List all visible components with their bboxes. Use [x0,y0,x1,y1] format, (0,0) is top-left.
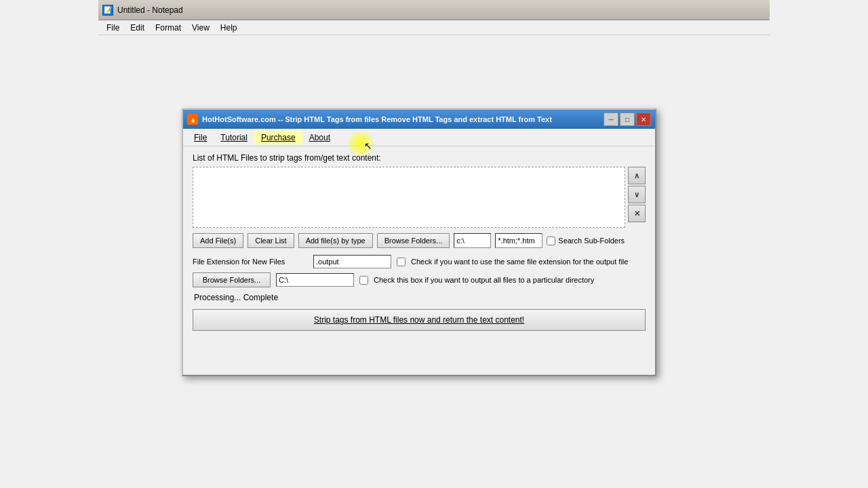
search-subfolders-checkbox[interactable] [547,237,555,245]
app-menubar: File Tutorial Purchase About [183,129,655,146]
app-content: List of HTML Files to strip tags from/ge… [183,146,655,338]
output-dir-checkbox[interactable] [359,276,368,285]
titlebar-buttons: ─ □ ✕ [604,113,651,126]
delete-item-button[interactable]: ✕ [628,205,646,222]
minimize-button[interactable]: ─ [604,113,618,126]
notepad-menu-help[interactable]: Help [215,22,243,34]
notepad-menu-edit[interactable]: Edit [125,22,150,34]
move-up-button[interactable]: ∧ [628,167,646,184]
browse-folders-button[interactable]: Browse Folders... [377,233,450,248]
app-menu-purchase[interactable]: Purchase [254,131,302,144]
app-icon: 🔥 [187,114,198,125]
options-section: File Extension for New Files Check if yo… [193,255,646,287]
file-ext-option-label: File Extension for New Files [193,258,308,266]
list-controls: ∧ ∨ ✕ [628,167,646,228]
add-files-button[interactable]: Add File(s) [193,233,243,248]
output-dir-input[interactable] [276,273,354,287]
search-subfolders-row: Search Sub-Folders [547,237,625,245]
output-dir-label: Check this box if you want to output all… [374,276,646,284]
app-menu-file[interactable]: File [187,131,214,144]
file-ext-new-input[interactable] [313,255,391,268]
search-subfolders-label: Search Sub-Folders [558,237,625,245]
clear-list-button[interactable]: Clear List [248,233,294,248]
folder-path-input[interactable] [454,233,491,248]
same-ext-checkbox[interactable] [397,258,406,266]
file-ext-option-row: File Extension for New Files Check if yo… [193,255,646,268]
file-list-container: ∧ ∨ ✕ [193,167,646,228]
add-by-type-button[interactable]: Add file(s) by type [298,233,373,248]
notepad-menu-format[interactable]: Format [150,22,186,34]
notepad-title: Untitled - Notepad [117,5,770,15]
notepad-menu-file[interactable]: File [101,22,125,34]
notepad-icon: 📝 [102,5,113,16]
browse-dir-option-row: Browse Folders... Check this box if you … [193,272,646,287]
move-down-button[interactable]: ∨ [628,186,646,203]
maximize-button[interactable]: □ [620,113,635,126]
strip-button[interactable]: Strip tags from HTML files now and retur… [193,309,646,331]
app-menu-about[interactable]: About [302,131,337,144]
list-section-label: List of HTML Files to strip tags from/ge… [193,153,646,163]
file-ext-input[interactable] [495,233,542,248]
browse-output-button[interactable]: Browse Folders... [193,272,271,287]
status-text: Processing... Complete [193,293,646,302]
buttons-row: Add File(s) Clear List Add file(s) by ty… [193,233,646,248]
app-titlebar: 🔥 HotHotSoftware.com -- Strip HTML Tags … [183,110,655,129]
app-window: 🔥 HotHotSoftware.com -- Strip HTML Tags … [182,108,656,376]
notepad-menubar: File Edit Format View Help [98,20,770,35]
file-list[interactable] [193,167,625,228]
close-button[interactable]: ✕ [636,113,651,126]
same-ext-label: Check if you want to use the same file e… [411,258,646,266]
app-title: HotHotSoftware.com -- Strip HTML Tags fr… [202,115,604,123]
notepad-menu-view[interactable]: View [186,22,215,34]
app-menu-tutorial[interactable]: Tutorial [214,131,254,144]
notepad-titlebar: 📝 Untitled - Notepad [98,0,770,20]
